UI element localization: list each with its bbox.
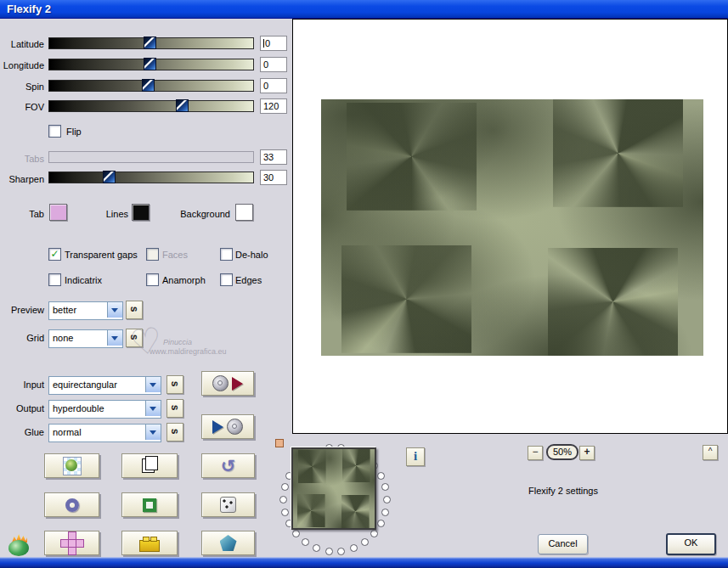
input-reset-button[interactable]: s (166, 375, 183, 394)
ring-dot[interactable] (350, 544, 358, 552)
load-settings-button[interactable] (201, 371, 254, 396)
transparent-gaps-checkbox[interactable]: ✓ (48, 248, 61, 261)
sharpen-slider[interactable] (48, 172, 254, 183)
navigator-thumbnail[interactable] (291, 447, 376, 530)
background-color-swatch[interactable] (235, 204, 253, 221)
cancel-button[interactable]: Cancel (538, 534, 588, 554)
s-icon: s (167, 405, 183, 411)
navigator-handle[interactable] (275, 439, 284, 447)
open-image-button[interactable] (44, 453, 99, 478)
undo-icon: ↺ (221, 458, 236, 475)
input-dropdown[interactable]: equirectangular (48, 376, 161, 395)
spin-slider-thumb[interactable] (142, 79, 155, 92)
blue-play-icon (212, 420, 223, 434)
collapse-button[interactable]: ^ (703, 445, 718, 460)
sharpen-value-field[interactable]: 30 (260, 170, 287, 185)
latitude-value-field[interactable]: 0 (260, 36, 287, 51)
frame-button[interactable] (121, 492, 178, 517)
load-disc-icon (212, 375, 229, 391)
zoom-in-button[interactable]: + (579, 446, 595, 460)
ring-dot[interactable] (377, 520, 385, 527)
brick-button[interactable] (121, 531, 178, 555)
torus-button[interactable] (44, 492, 99, 517)
caret-up-icon: ^ (708, 447, 713, 456)
ring-dot[interactable] (313, 544, 320, 552)
ring-dot[interactable] (381, 509, 389, 516)
anamorph-checkbox[interactable] (146, 273, 159, 286)
latitude-slider-thumb[interactable] (144, 37, 156, 49)
save-settings-button[interactable] (201, 414, 254, 439)
grid-dropdown[interactable]: none (48, 329, 123, 348)
glue-reset-button[interactable]: s (166, 423, 183, 441)
fov-slider-thumb[interactable] (176, 99, 189, 112)
lines-color-swatch[interactable] (132, 204, 150, 221)
chevron-down-icon[interactable] (145, 377, 161, 392)
glue-dropdown[interactable]: normal (48, 424, 161, 442)
info-button[interactable]: i (406, 447, 425, 466)
tabs-value: 33 (263, 152, 274, 162)
thumbnail-image[interactable] (293, 449, 375, 528)
cube-net-button[interactable] (44, 531, 99, 555)
faces-label: Faces (162, 250, 188, 261)
chevron-down-icon[interactable] (107, 330, 122, 346)
tab-color-swatch[interactable] (49, 204, 67, 221)
ring-dot[interactable] (377, 472, 385, 480)
lines-color-label: Lines (99, 209, 128, 220)
fov-value-field[interactable]: 120 (260, 98, 287, 114)
flip-label: Flip (66, 127, 82, 138)
randomize-button[interactable] (201, 492, 255, 517)
longitude-slider-thumb[interactable] (144, 58, 156, 70)
indicatrix-checkbox[interactable] (48, 273, 61, 286)
preview-reset-button[interactable]: s (126, 301, 143, 319)
chevron-down-icon[interactable] (107, 302, 122, 318)
preview-dropdown[interactable]: better (48, 301, 123, 320)
tabs-value-field[interactable]: 33 (260, 149, 287, 165)
ring-dot[interactable] (279, 496, 287, 503)
output-dropdown[interactable]: hyperdouble (48, 400, 161, 419)
transparent-gaps-label: Transparent gaps (65, 250, 138, 261)
title-bar[interactable]: Flexify 2 (0, 0, 728, 19)
fov-label: FOV (0, 102, 44, 113)
chevron-down-icon[interactable] (145, 401, 161, 416)
zoom-out-button[interactable]: − (528, 446, 543, 460)
check-icon: ✓ (50, 248, 59, 260)
ring-dot[interactable] (292, 530, 300, 537)
spin-value-field[interactable]: 0 (260, 78, 287, 93)
undo-button[interactable]: ↺ (201, 453, 255, 478)
ok-button[interactable]: OK (666, 533, 716, 555)
ring-dot[interactable] (281, 483, 289, 491)
ring-dot[interactable] (381, 483, 389, 491)
flip-checkbox[interactable] (48, 125, 61, 138)
plus-icon: + (584, 446, 590, 458)
s-icon: s (127, 306, 142, 312)
fov-slider[interactable] (48, 100, 254, 112)
s-icon: s (167, 429, 183, 435)
grid-dropdown-value: none (53, 333, 73, 343)
output-label: Output (0, 403, 44, 414)
ring-dot[interactable] (361, 538, 369, 546)
polyhedron-button[interactable] (201, 531, 255, 555)
polyhedron-icon (220, 535, 237, 551)
sharpen-value: 30 (263, 172, 274, 183)
longitude-label: Longitude (0, 60, 44, 71)
ring-dot[interactable] (370, 530, 378, 537)
text-caret (263, 39, 264, 48)
ring-dot[interactable] (383, 496, 391, 503)
chevron-down-icon[interactable] (145, 425, 161, 440)
output-reset-button[interactable]: s (166, 399, 183, 418)
ring-dot[interactable] (325, 548, 333, 555)
ring-dot[interactable] (337, 548, 345, 555)
edges-checkbox[interactable] (220, 273, 233, 286)
output-dropdown-value: hyperdouble (53, 403, 104, 413)
edges-label: Edges (235, 275, 262, 286)
tabs-label: Tabs (0, 154, 44, 165)
de-halo-checkbox[interactable] (220, 248, 233, 261)
watermark-site: www.maldiregrafica.eu (150, 347, 227, 356)
copy-button[interactable] (121, 453, 178, 478)
ring-dot[interactable] (302, 538, 309, 546)
longitude-value-field[interactable]: 0 (260, 57, 287, 72)
ring-dot[interactable] (281, 509, 289, 516)
sharpen-slider-thumb[interactable] (103, 171, 116, 183)
preview-image[interactable] (321, 99, 703, 356)
spin-label: Spin (0, 82, 44, 93)
